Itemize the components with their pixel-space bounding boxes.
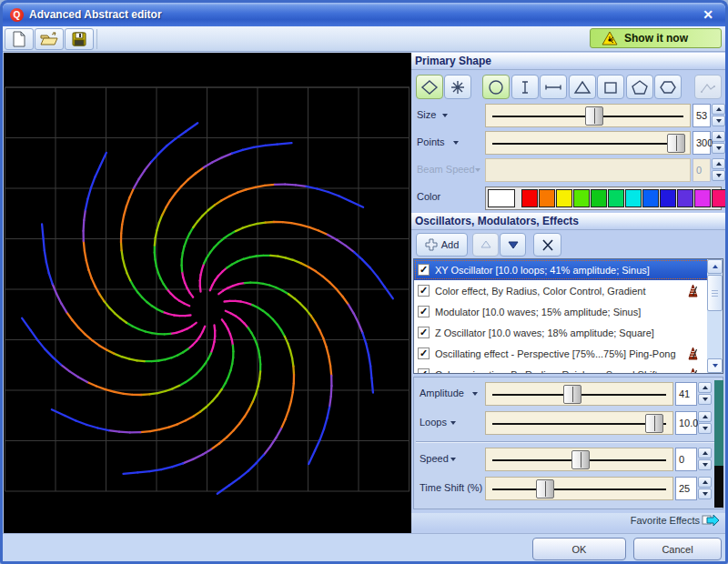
scroll-up-button[interactable]	[707, 259, 723, 274]
loops-value[interactable]: 10.0	[675, 411, 697, 435]
open-file-button[interactable]	[35, 28, 64, 50]
color-swatch-7[interactable]	[625, 189, 642, 207]
color-swatch-2[interactable]	[539, 189, 555, 207]
effect-row[interactable]: ✓ Z Oscillator [10.0 waves; 18% amplitud…	[414, 322, 723, 343]
size-spin-down[interactable]	[712, 116, 725, 126]
effects-scrollbar[interactable]	[707, 259, 723, 373]
beam-speed-dropdown-caret[interactable]	[475, 168, 480, 172]
new-file-button[interactable]	[5, 28, 34, 50]
shape-button-horizontal-line[interactable]	[540, 75, 567, 99]
points-spin-up[interactable]	[712, 131, 725, 142]
delete-effect-button[interactable]	[533, 233, 561, 257]
amplitude-value[interactable]: 41	[675, 382, 697, 406]
time-shift--spin-down[interactable]	[698, 488, 712, 499]
color-swatch-6[interactable]	[608, 189, 624, 207]
effect-label: Modulator [10.0 waves; 15% amplitude; Si…	[435, 307, 641, 317]
points-spin-down[interactable]	[712, 143, 725, 154]
color-swatch-4[interactable]	[573, 189, 590, 207]
color-swatch-5[interactable]	[591, 189, 607, 207]
amplitude-slider-thumb[interactable]	[563, 385, 581, 404]
size-value[interactable]: 53	[693, 104, 711, 127]
shape-button-hexagon[interactable]	[654, 75, 682, 99]
time-shift--spin-up[interactable]	[698, 477, 712, 488]
color-swatch-11[interactable]	[694, 189, 711, 207]
ok-button[interactable]: OK	[532, 538, 626, 560]
speed-spin-down[interactable]	[698, 459, 712, 470]
color-row: Color	[411, 185, 725, 212]
speed-slider-thumb[interactable]	[571, 450, 590, 469]
close-icon[interactable]: ✕	[698, 7, 718, 22]
save-button[interactable]	[65, 28, 94, 50]
add-effect-button[interactable]: Add	[416, 233, 468, 257]
size-dropdown-caret[interactable]	[442, 114, 448, 117]
color-swatch-12[interactable]	[712, 189, 725, 207]
effect-checkbox[interactable]: ✓	[418, 306, 430, 317]
time-shift--value[interactable]: 25	[675, 477, 697, 500]
effect-checkbox[interactable]: ✓	[418, 285, 430, 297]
beam-speed-spin-up[interactable]	[712, 158, 725, 169]
points-value[interactable]: 300	[693, 131, 711, 155]
size-slider-thumb[interactable]	[585, 106, 603, 126]
show-it-now-button[interactable]: Show it now	[590, 28, 722, 48]
effect-row[interactable]: ✓ Oscillating effect - Perspective [75%.…	[414, 343, 723, 364]
points-dropdown-caret[interactable]	[453, 141, 459, 145]
points-slider-thumb[interactable]	[667, 134, 685, 153]
effect-row[interactable]: ✓ Color effect, By Radius, Color Control…	[414, 280, 723, 301]
effect-checkbox[interactable]: ✓	[418, 264, 430, 276]
shape-button-vertical-line[interactable]	[511, 75, 539, 99]
speed-dropdown-caret[interactable]	[450, 458, 456, 461]
speed-slider-track[interactable]	[485, 448, 673, 471]
shape-button-square[interactable]	[597, 75, 624, 99]
favorite-effects-icon[interactable]	[702, 514, 720, 531]
shape-button-circle[interactable]	[482, 75, 510, 99]
time-shift--slider-thumb[interactable]	[536, 479, 554, 499]
time-shift--slider-track[interactable]	[485, 477, 673, 500]
loops-slider-thumb[interactable]	[645, 414, 663, 433]
color-swatch-0[interactable]	[488, 189, 515, 207]
effects-list[interactable]: ✓ XY Oscillator [10.0 loops; 41% amplitu…	[413, 258, 723, 374]
scroll-down-button[interactable]	[707, 358, 723, 373]
color-swatch-1[interactable]	[521, 189, 538, 207]
loops-slider-track[interactable]	[485, 411, 673, 435]
move-down-button[interactable]	[500, 233, 526, 257]
title-bar[interactable]: Q Advanced Abstract editor ✕	[3, 3, 725, 26]
effect-row[interactable]: ✓ Color animation, By Radius, Rainbow, S…	[414, 364, 723, 374]
speed-spin-up[interactable]	[698, 448, 712, 458]
mode-button-diamond[interactable]	[416, 75, 443, 99]
amplitude-spin-up[interactable]	[698, 382, 712, 393]
abstract-preview-canvas[interactable]	[4, 53, 411, 533]
color-palette	[485, 186, 722, 210]
points-slider-track[interactable]	[485, 131, 691, 155]
color-swatch-8[interactable]	[642, 189, 659, 207]
move-up-button[interactable]	[472, 233, 499, 257]
beam-speed-value[interactable]: 0	[693, 158, 711, 182]
effect-row[interactable]: ✓ Modulator [10.0 waves; 15% amplitude; …	[414, 301, 723, 322]
shape-button-pentagon[interactable]	[626, 75, 653, 99]
beam-speed-slider-track[interactable]	[485, 158, 691, 182]
size-slider-track[interactable]	[485, 104, 691, 127]
loops-dropdown-caret[interactable]	[450, 421, 456, 425]
effect-checkbox[interactable]: ✓	[418, 347, 430, 359]
amplitude-spin-down[interactable]	[698, 394, 712, 405]
shape-button-triangle[interactable]	[569, 75, 596, 99]
favorite-effects-link[interactable]: Favorite Effects	[631, 515, 700, 526]
color-swatch-3[interactable]	[556, 189, 572, 207]
amplitude-slider-track[interactable]	[485, 382, 673, 406]
effect-checkbox[interactable]: ✓	[418, 368, 430, 374]
amplitude-dropdown-caret[interactable]	[472, 392, 478, 396]
shape-button-custom-zigzag[interactable]	[694, 75, 722, 99]
mode-button-star-burst[interactable]	[444, 75, 471, 99]
size-spin-up[interactable]	[712, 104, 725, 115]
cancel-button[interactable]: Cancel	[633, 538, 722, 560]
loops-spin-up[interactable]	[698, 411, 712, 422]
speed-value[interactable]: 0	[675, 448, 697, 471]
effect-row[interactable]: ✓ XY Oscillator [10.0 loops; 41% amplitu…	[414, 259, 723, 280]
loops-spin-down[interactable]	[698, 423, 712, 434]
color-swatch-10[interactable]	[677, 189, 693, 207]
effect-checkbox[interactable]: ✓	[418, 327, 430, 338]
size-label: Size	[417, 109, 436, 120]
beam-speed-spin-down[interactable]	[712, 170, 725, 181]
scroll-thumb[interactable]	[707, 275, 723, 311]
color-swatch-9[interactable]	[660, 189, 676, 207]
dialog-title: Advanced Abstract editor	[29, 8, 162, 21]
